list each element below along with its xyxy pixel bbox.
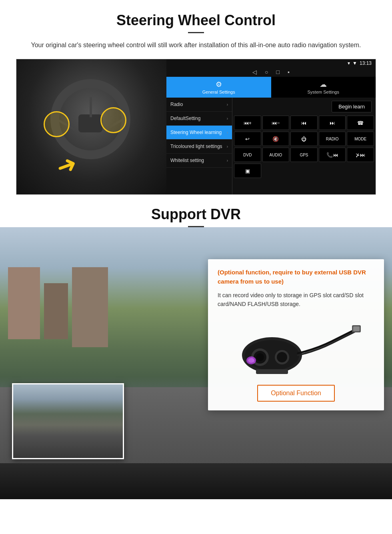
chevron-right-icon: ›: [227, 102, 228, 107]
ctrl-dvd[interactable]: DVD: [234, 148, 261, 162]
controls-grid-row2: ↩ 🔇 ⏻ RADIO MODE: [234, 132, 374, 146]
chevron-right-icon: ›: [227, 116, 228, 121]
chevron-right-icon: ›: [227, 130, 228, 135]
menu-list: Radio › DefaultSetting › Steering Wheel …: [166, 98, 232, 194]
menu-tricoloured-label: Tricoloured light settings: [170, 144, 222, 149]
android-navbar: ◁ ○ □ ▪: [166, 67, 376, 77]
nav-recent[interactable]: □: [276, 69, 280, 75]
ctrl-phone[interactable]: ☎: [347, 116, 374, 130]
status-signal: ▼: [352, 60, 357, 66]
tab-general-label: General Settings: [202, 90, 235, 94]
dvr-title: Support DVR: [16, 206, 376, 223]
building-1: [8, 267, 40, 339]
dvr-camera-image: [218, 315, 374, 379]
ctrl-back[interactable]: ↩: [234, 132, 261, 146]
steering-wheel-photo: ➜: [16, 59, 166, 195]
ctrl-vol-up[interactable]: ⏮+: [234, 116, 261, 130]
steering-section: Steering Wheel Control Your original car…: [0, 0, 392, 195]
chevron-right-icon: ›: [227, 158, 228, 163]
menu-item-whitelist[interactable]: Whitelist setting ›: [166, 154, 232, 168]
ctrl-radio[interactable]: RADIO: [319, 132, 346, 146]
ctrl-camera[interactable]: ▣: [234, 164, 261, 178]
controls-grid-row3: DVD AUDIO GPS 📞⏮ ⊁⏭: [234, 148, 374, 162]
menu-item-default[interactable]: DefaultSetting ›: [166, 112, 232, 126]
menu-item-steering[interactable]: Steering Wheel learning ›: [166, 126, 232, 140]
building-3: [72, 267, 108, 347]
svg-point-6: [277, 352, 287, 362]
learn-panel: Begin learn ⏮+ ⏮− ⏮ ⏭ ☎ ↩ 🔇 ⏻: [232, 98, 376, 194]
ctrl-gps[interactable]: GPS: [290, 148, 318, 162]
svg-rect-8: [353, 326, 360, 331]
ctrl-power[interactable]: ⏻: [290, 132, 318, 146]
menu-item-radio[interactable]: Radio ›: [166, 98, 232, 112]
dvr-section: Support DVR (Optional function, require …: [0, 195, 392, 499]
ctrl-next-track[interactable]: ⏭: [319, 116, 346, 130]
controls-grid-row4: ▣: [234, 164, 374, 178]
tab-system-label: System Settings: [308, 90, 339, 94]
optional-function-button[interactable]: Optional Function: [257, 385, 334, 402]
steering-composite: ➜ ▾ ▼ 13:13 ◁ ○ □ ▪ ⚙ General Settin: [16, 59, 376, 195]
steering-wheel-bg: ➜: [16, 59, 166, 195]
chevron-right-icon: ›: [227, 144, 228, 149]
settings-tabs: ⚙ General Settings ☁ System Settings: [166, 77, 376, 98]
dvr-optional-text: (Optional function, require to buy exter…: [218, 268, 374, 286]
dashboard-strip: [0, 463, 392, 499]
dvr-bg-area: (Optional function, require to buy exter…: [0, 227, 392, 499]
highlight-left: [44, 111, 70, 137]
svg-rect-9: [256, 369, 288, 374]
ctrl-vol-down[interactable]: ⏮−: [262, 116, 290, 130]
tab-system-settings[interactable]: ☁ System Settings: [271, 77, 376, 98]
android-panel: ▾ ▼ 13:13 ◁ ○ □ ▪ ⚙ General Settings ☁ S…: [166, 59, 376, 194]
begin-learn-button[interactable]: Begin learn: [332, 101, 372, 112]
menu-item-tricoloured[interactable]: Tricoloured light settings ›: [166, 140, 232, 154]
dvr-camera-svg: [228, 317, 364, 377]
sw-spoke-top: [90, 97, 92, 117]
cloud-icon: ☁: [320, 80, 327, 89]
highlight-right: [100, 107, 126, 133]
ctrl-phone-prev[interactable]: 📞⏮: [319, 148, 346, 162]
dvr-inset-preview: [12, 383, 124, 459]
dvr-header: Support DVR: [0, 195, 392, 227]
ctrl-next-src[interactable]: ⊁⏭: [347, 148, 374, 162]
ctrl-prev-track[interactable]: ⏮: [290, 116, 318, 130]
nav-home[interactable]: ○: [265, 69, 268, 75]
ctrl-mode[interactable]: MODE: [347, 132, 374, 146]
status-wifi: ▾: [348, 60, 350, 66]
android-content: Radio › DefaultSetting › Steering Wheel …: [166, 98, 376, 194]
status-time: 13:13: [360, 60, 372, 66]
dvr-inset-road: [13, 384, 123, 458]
menu-steering-label: Steering Wheel learning: [170, 130, 222, 135]
svg-point-4: [256, 353, 264, 361]
svg-point-11: [248, 358, 254, 363]
steering-subtitle: Your original car's steering wheel contr…: [16, 40, 376, 50]
nav-menu[interactable]: ▪: [288, 69, 290, 75]
title-divider: [188, 32, 204, 33]
dvr-info-card: (Optional function, require to buy exter…: [208, 259, 384, 410]
steering-title: Steering Wheel Control: [16, 12, 376, 29]
begin-learn-row: Begin learn: [234, 99, 374, 114]
android-statusbar: ▾ ▼ 13:13: [166, 59, 376, 67]
nav-back[interactable]: ◁: [252, 69, 257, 75]
dvr-description: It can record video only to storage in G…: [218, 291, 374, 309]
menu-whitelist-label: Whitelist setting: [170, 158, 204, 163]
controls-grid-row1: ⏮+ ⏮− ⏮ ⏭ ☎: [234, 116, 374, 130]
gear-icon: ⚙: [216, 80, 222, 89]
ctrl-audio[interactable]: AUDIO: [262, 148, 290, 162]
building-2: [44, 283, 68, 339]
ctrl-mute[interactable]: 🔇: [262, 132, 290, 146]
tab-general-settings[interactable]: ⚙ General Settings: [166, 77, 271, 98]
menu-radio-label: Radio: [170, 102, 183, 107]
menu-default-label: DefaultSetting: [170, 116, 200, 121]
